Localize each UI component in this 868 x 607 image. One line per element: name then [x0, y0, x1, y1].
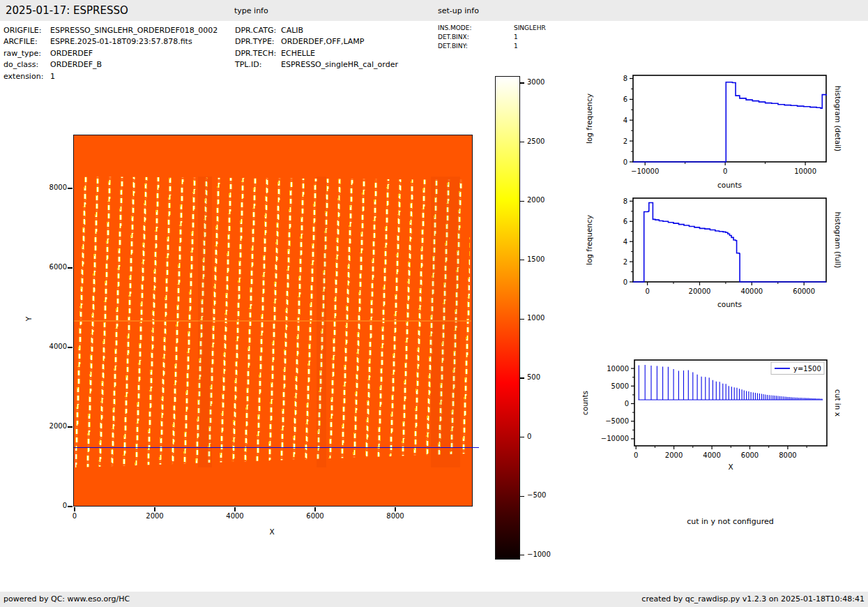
- colorbar-tick-mark: [520, 437, 524, 437]
- svg-text:0: 0: [625, 400, 629, 407]
- colorbar-tick-label: 3000: [527, 78, 545, 86]
- type-info-heading: type info: [234, 6, 268, 15]
- type-info-block: DPR.CATG:CALIB DPR.TYPE:ORDERDEF,OFF,LAM…: [235, 25, 398, 71]
- colorbar-tick-mark: [520, 555, 524, 555]
- svg-text:y=1500: y=1500: [793, 365, 821, 373]
- svg-text:2: 2: [623, 137, 627, 145]
- y-tick-label: 8000: [38, 183, 67, 191]
- colorbar-tick-mark: [520, 496, 524, 497]
- svg-text:5000: 5000: [611, 382, 629, 390]
- meta-row-extension: extension:1: [3, 71, 218, 82]
- svg-text:4: 4: [623, 238, 627, 246]
- svg-text:0: 0: [723, 167, 727, 175]
- dark-column-band: [431, 177, 460, 467]
- svg-text:0: 0: [623, 278, 627, 286]
- svg-text:−10000: −10000: [601, 435, 629, 442]
- main-plot-ylabel: Y: [24, 317, 33, 321]
- raw-image-plot: [73, 135, 473, 507]
- meta-row-rawtype: raw_type:ORDERDEF: [3, 48, 218, 59]
- svg-text:8: 8: [623, 75, 627, 82]
- legend: y=1500: [771, 362, 824, 375]
- colorbar-tick-mark: [520, 260, 524, 260]
- svg-text:40000: 40000: [740, 287, 763, 295]
- y-tick-mark: [68, 426, 73, 427]
- x-tick-label: 8000: [380, 512, 411, 520]
- colorbar-tick-label: 0: [527, 433, 531, 440]
- colorbar-tick-label: 2000: [527, 196, 545, 204]
- svg-text:10000: 10000: [607, 365, 629, 373]
- y-tick-label: 6000: [38, 263, 67, 271]
- cut-y-note: cut in y not configured: [666, 517, 795, 526]
- setup-info-block: INS.MODE:SINGLEHR DET.BINX:1 DET.BINY:1: [438, 24, 546, 51]
- y-tick-label: 4000: [38, 343, 67, 350]
- svg-text:4: 4: [623, 117, 627, 124]
- svg-text:X: X: [728, 463, 733, 471]
- colorbar-tick-mark: [520, 201, 524, 202]
- svg-text:histogram (full): histogram (full): [834, 212, 842, 269]
- y-tick-mark: [68, 267, 73, 268]
- cut-in-x-chart: 02000400060008000−10000−50000500010000Xc…: [581, 360, 842, 471]
- x-tick-mark: [395, 507, 395, 511]
- x-tick-mark: [234, 507, 235, 511]
- svg-text:2000: 2000: [665, 451, 683, 459]
- x-tick-mark: [154, 507, 155, 511]
- colorbar-tick-label: 1000: [527, 314, 545, 322]
- detector-mid-gap-line: [74, 320, 471, 322]
- svg-text:10000: 10000: [794, 167, 816, 175]
- meta-row-dprcatg: DPR.CATG:CALIB: [235, 25, 398, 36]
- svg-text:8: 8: [623, 197, 627, 205]
- svg-text:histogram (detail): histogram (detail): [834, 86, 842, 151]
- y-tick-mark: [68, 506, 73, 507]
- colorbar-tick-mark: [520, 82, 524, 83]
- svg-text:counts: counts: [717, 181, 742, 189]
- svg-text:0: 0: [623, 158, 627, 166]
- header-bar: [0, 0, 868, 21]
- colorbar-tick-label: 1500: [527, 255, 545, 263]
- echelle-order-stripes: [75, 177, 470, 467]
- colorbar-tick-mark: [520, 142, 524, 142]
- meta-row-insmode: INS.MODE:SINGLEHR: [438, 24, 546, 33]
- dark-column-band: [198, 177, 212, 467]
- footer-powered-by: powered by QC: www.eso.org/HC: [3, 594, 130, 604]
- svg-text:20000: 20000: [689, 287, 711, 295]
- svg-text:6: 6: [623, 218, 627, 225]
- colorbar-tick-mark: [520, 319, 524, 320]
- histogram-detail-chart: −1000001000002468countslog frequencyhist…: [585, 75, 842, 189]
- svg-text:8000: 8000: [779, 451, 796, 459]
- y-tick-label: 0: [38, 502, 67, 509]
- svg-text:2: 2: [623, 258, 627, 266]
- svg-text:cut in x: cut in x: [834, 389, 842, 417]
- svg-text:−5000: −5000: [605, 417, 629, 425]
- colorbar-tick-label: 500: [527, 373, 540, 381]
- meta-row-doclass: do_class:ORDERDEF_B: [3, 59, 218, 70]
- file-info-block: ORIGFILE:ESPRESSO_SINGLEHR_ORDERDEF018_0…: [3, 25, 218, 82]
- meta-row-detbiny: DET.BINY:1: [438, 42, 546, 51]
- setup-info-heading: set-up info: [438, 6, 479, 15]
- svg-text:−10000: −10000: [631, 167, 659, 175]
- x-tick-mark: [314, 507, 315, 511]
- y-tick-mark: [68, 188, 73, 188]
- colorbar: [495, 76, 520, 560]
- svg-text:counts: counts: [581, 391, 589, 415]
- svg-text:0: 0: [634, 451, 638, 459]
- footer-created-by: created by qc_rawdisp.py v1.2.3 on 2025-…: [641, 594, 865, 604]
- y-tick-label: 2000: [38, 422, 67, 430]
- colorbar-tick-label: −1000: [527, 550, 551, 558]
- x-tick-label: 2000: [139, 512, 170, 520]
- svg-text:log frequency: log frequency: [585, 215, 593, 265]
- x-tick-label: 6000: [300, 512, 330, 520]
- dark-column-band: [317, 177, 326, 467]
- svg-text:0: 0: [645, 287, 649, 295]
- svg-text:counts: counts: [717, 300, 742, 308]
- x-tick-mark: [74, 507, 75, 511]
- qc-rawdisp-page: 2025-01-17: ESPRESSO type info set-up in…: [0, 0, 868, 607]
- meta-row-dprtech: DPR.TECH:ECHELLE: [235, 48, 398, 59]
- x-tick-label: 4000: [220, 512, 250, 520]
- svg-text:4000: 4000: [703, 451, 720, 459]
- meta-row-origfile: ORIGFILE:ESPRESSO_SINGLEHR_ORDERDEF018_0…: [3, 25, 218, 36]
- svg-text:6: 6: [623, 96, 627, 103]
- main-plot-xlabel: X: [257, 527, 287, 536]
- meta-row-dprtype: DPR.TYPE:ORDERDEF,OFF,LAMP: [235, 36, 398, 47]
- histogram-full-chart: 020000400006000002468countslog frequency…: [585, 197, 842, 308]
- y-tick-mark: [68, 347, 73, 347]
